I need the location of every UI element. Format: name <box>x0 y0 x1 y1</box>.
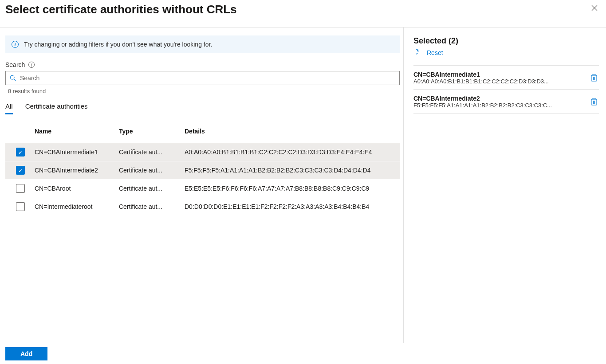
row-name: CN=CBAIntermediate2 <box>30 161 114 180</box>
selected-list: CN=CBAIntermediate1 A0:A0:A0:A0:B1:B1:B1… <box>413 65 599 114</box>
table-row[interactable]: ✓ CN=CBAIntermediate2 Certificate aut...… <box>5 161 400 180</box>
info-bar: i Try changing or adding filters if you … <box>5 35 400 53</box>
selected-item-name: CN=CBAIntermediate2 <box>413 95 579 102</box>
tabs: All Certificate authorities <box>5 99 400 114</box>
search-box[interactable] <box>5 71 400 85</box>
row-checkbox[interactable] <box>16 184 25 193</box>
row-checkbox[interactable]: ✓ <box>16 148 25 157</box>
reset-label: Reset <box>427 49 443 56</box>
search-icon <box>9 74 16 82</box>
table-row[interactable]: CN=Intermediateroot Certificate aut... D… <box>5 198 400 216</box>
row-checkbox[interactable] <box>16 202 25 211</box>
col-details-header[interactable]: Details <box>180 120 400 143</box>
table-row[interactable]: CN=CBAroot Certificate aut... E5:E5:E5:E… <box>5 180 400 198</box>
table-row[interactable]: ✓ CN=CBAIntermediate1 Certificate aut...… <box>5 143 400 161</box>
selected-item-detail: A0:A0:A0:A0:B1:B1:B1:B1:C2:C2:C2:C2:D3:D… <box>413 78 579 85</box>
row-name: CN=Intermediateroot <box>30 198 114 216</box>
svg-point-0 <box>10 75 14 79</box>
tab-all[interactable]: All <box>5 99 13 114</box>
row-details: D0:D0:D0:D0:E1:E1:E1:E1:F2:F2:F2:F2:A3:A… <box>180 198 400 216</box>
row-type: Certificate aut... <box>114 161 180 180</box>
undo-icon <box>416 49 423 56</box>
selected-heading: Selected (2) <box>413 36 599 46</box>
row-type: Certificate aut... <box>114 143 180 161</box>
close-button[interactable] <box>588 3 601 15</box>
selected-item: CN=CBAIntermediate2 F5:F5:F5:F5:A1:A1:A1… <box>413 89 599 114</box>
row-type: Certificate aut... <box>114 180 180 198</box>
results-table-wrap: Name Type Details ✓ CN=CBAIntermediate1 … <box>5 120 400 364</box>
row-name: CN=CBAroot <box>30 180 114 198</box>
row-details: F5:F5:F5:F5:A1:A1:A1:A1:B2:B2:B2:B2:C3:C… <box>180 161 400 180</box>
tab-certificate-authorities[interactable]: Certificate authorities <box>25 99 88 114</box>
close-icon <box>591 4 598 12</box>
col-type-header[interactable]: Type <box>114 120 180 143</box>
trash-icon <box>590 97 598 106</box>
col-select-header <box>5 120 30 143</box>
row-details: E5:E5:E5:E5:F6:F6:F6:F6:A7:A7:A7:A7:B8:B… <box>180 180 400 198</box>
selected-item-name: CN=CBAIntermediate1 <box>413 71 579 78</box>
row-checkbox[interactable]: ✓ <box>16 166 25 175</box>
selected-item-detail: F5:F5:F5:F5:A1:A1:A1:A1:B2:B2:B2:B2:C3:C… <box>413 102 579 109</box>
remove-selected-button[interactable] <box>590 73 599 83</box>
reset-button[interactable]: Reset <box>413 49 599 63</box>
row-name: CN=CBAIntermediate1 <box>30 143 114 161</box>
results-count: 8 results found <box>5 85 400 99</box>
add-button[interactable]: Add <box>5 347 47 360</box>
picker-left-pane: i Try changing or adding filters if you … <box>0 27 404 364</box>
results-table: Name Type Details ✓ CN=CBAIntermediate1 … <box>5 120 400 216</box>
col-name-header[interactable]: Name <box>30 120 114 143</box>
panel-header: Select certificate authorities without C… <box>0 0 606 27</box>
svg-line-1 <box>14 79 16 81</box>
info-message: Try changing or adding filters if you do… <box>24 41 212 48</box>
trash-icon <box>590 73 598 82</box>
row-type: Certificate aut... <box>114 198 180 216</box>
search-label: Search <box>5 61 25 68</box>
selected-pane: Selected (2) Reset CN=CBAIntermediate1 A… <box>404 27 606 364</box>
info-icon: i <box>12 41 19 48</box>
panel-footer: Add <box>0 343 606 364</box>
row-details: A0:A0:A0:A0:B1:B1:B1:B1:C2:C2:C2:C2:D3:D… <box>180 143 400 161</box>
remove-selected-button[interactable] <box>590 97 599 107</box>
selected-item: CN=CBAIntermediate1 A0:A0:A0:A0:B1:B1:B1… <box>413 65 599 89</box>
help-icon[interactable]: i <box>28 62 35 68</box>
search-input[interactable] <box>20 73 396 83</box>
panel-title: Select certificate authorities without C… <box>5 3 237 16</box>
